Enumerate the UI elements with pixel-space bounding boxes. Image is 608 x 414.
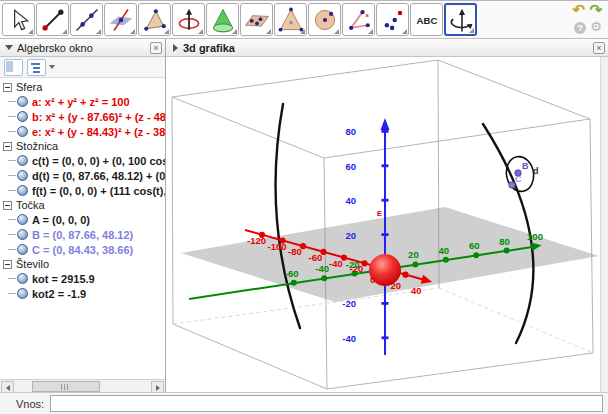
visibility-marble-icon[interactable] [17,111,28,122]
tree-connector [8,219,16,220]
group-label: Stožnica [16,140,58,152]
segment-tool-button[interactable] [36,3,69,36]
visibility-marble-icon[interactable] [17,155,28,166]
z-tick-mark [382,199,389,202]
text-abc-icon: ABC [413,6,441,34]
collapse-triangle-icon[interactable] [5,45,13,50]
rotate-around-axis-tool-button[interactable] [172,3,205,36]
y-tick-label: 100 [527,231,543,242]
plane-tool-button[interactable] [240,3,273,36]
polygon-tool-button[interactable] [138,3,171,36]
algebra-close-button[interactable]: × [150,42,162,54]
cone-tool-button[interactable] [206,3,239,36]
tree-connector [8,131,16,132]
point-label-C: C [515,174,522,184]
algebra-item-label: b: x² + (y - 87.66)² + (z - 48.12 [32,111,165,123]
intersect-plane-tool-button[interactable] [104,3,137,36]
visibility-marble-icon[interactable] [17,170,28,181]
algebra-item-label: c(t) = (0, 0, 0) + (0, 100 cos(t) [32,155,165,167]
algebra-item-label: A = (0, 0, 0) [32,214,90,226]
algebra-panel: Algebrsko okno × Sfera a: x² + y² + z² =… [0,39,166,393]
algebra-panel-header: Algebrsko okno × [0,39,165,57]
expand-triangle-icon[interactable] [173,44,178,52]
sphere-icon [311,6,339,34]
visibility-marble-icon[interactable] [17,288,28,299]
3d-canvas-area[interactable]: -120-100-80-60-40-2002040-60-40-20204060… [166,57,600,393]
algebra-item-A[interactable]: A = (0, 0, 0) [0,212,165,227]
group-stoznica: Stožnica [0,139,165,153]
scrollbar-thumb[interactable] [32,381,100,392]
x-tick-label: -100 [268,241,287,252]
help-button[interactable]: ? [574,22,586,34]
algebra-item-label: d(t) = (0, 87.66, 48.12) + (0, 10 [32,170,165,182]
collapse-box-icon[interactable] [3,83,12,92]
y-tick-dot [443,257,449,263]
visibility-marble-icon[interactable] [17,96,28,107]
y-tick-label: -20 [346,259,360,270]
algebra-item-C[interactable]: C = (0, 84.43, 38.66) [0,242,165,257]
visibility-marble-icon[interactable] [17,214,28,225]
text-tool-button[interactable]: ABC [410,3,443,36]
line-tool-button[interactable] [70,3,103,36]
toolbar-right-controls: ↶ ↷ ? ⚙ [558,2,602,34]
redo-button[interactable]: ↷ [589,2,602,17]
angle-icon: a [345,6,373,34]
visibility-marble-icon[interactable] [17,126,28,137]
axis-circle-icon [175,6,203,34]
graphics-close-button[interactable]: × [593,42,605,54]
rotate-3d-view-tool-button[interactable] [444,3,477,36]
group-label: Točka [16,199,45,211]
algebra-item-kot2[interactable]: kot2 = -1.9 [0,286,165,301]
auxiliary-objects-button[interactable] [4,59,23,76]
svg-text:a: a [365,11,369,18]
algebra-item-B[interactable]: B = (0, 87.66, 48.12) [0,227,165,242]
horizontal-scrollbar[interactable] [0,379,165,393]
scene-label-E: E [377,209,382,218]
3d-view[interactable]: -120-100-80-60-40-2002040-60-40-20204060… [166,57,600,393]
tree-connector [8,293,16,294]
x-tick-label: -60 [309,252,323,263]
command-input[interactable] [50,395,603,412]
tree-connector [8,160,16,161]
y-tick-label: -60 [285,268,299,279]
y-tick-label: 80 [499,236,510,247]
undo-button[interactable]: ↶ [572,2,585,17]
rotate-view-icon [448,7,476,35]
move-tool-button[interactable] [2,3,35,36]
svg-text:ABC: ABC [417,15,438,26]
plane-icon [243,6,271,34]
z-tick-label: 20 [345,230,356,241]
visibility-marble-icon[interactable] [17,185,28,196]
pyramid-tool-button[interactable] [274,3,307,36]
settings-gear-button[interactable]: ⚙ [590,20,602,33]
sphere-tool-button[interactable] [308,3,341,36]
collapse-box-icon[interactable] [3,260,12,269]
visibility-marble-icon[interactable] [17,273,28,284]
algebra-style-bar [0,57,165,78]
x-tick-label: -40 [329,258,343,269]
collapse-box-icon[interactable] [3,201,12,210]
visibility-marble-icon[interactable] [17,229,28,240]
angle-tool-button[interactable]: a [342,3,375,36]
circle-f-arc[interactable] [276,104,300,328]
algebra-item-kot[interactable]: kot = 2915.9 [0,271,165,286]
tree-connector [8,101,16,102]
geogebra-window: a ABC ↶ ↷ ? ⚙ Algebrsko okno × Sfera a: … [0,0,608,414]
algebra-item-b[interactable]: b: x² + (y - 87.66)² + (z - 48.12 [0,109,165,124]
algebra-item-c[interactable]: c(t) = (0, 0, 0) + (0, 100 cos(t) [0,153,165,168]
algebra-item-f[interactable]: f(t) = (0, 0, 0) + (111 cos(t), 0, [0,183,165,198]
algebra-item-e[interactable]: e: x² + (y - 84.43)² + (z - 38.66 [0,124,165,139]
tree-connector [8,249,16,250]
right-triangle-icon [156,385,160,391]
input-label: Vnos: [16,398,44,410]
point-tools-button[interactable] [376,3,409,36]
sort-mode-button[interactable] [27,59,46,76]
x-tick-label: 0 [370,274,375,285]
pyramid-icon [277,6,305,34]
visibility-marble-icon[interactable] [17,244,28,255]
algebra-item-a[interactable]: a: x² + y² + z² = 100 [0,94,165,109]
tree-connector [8,116,16,117]
right-gutter [600,57,608,393]
collapse-box-icon[interactable] [3,142,12,151]
algebra-item-d[interactable]: d(t) = (0, 87.66, 48.12) + (0, 10 [0,168,165,183]
